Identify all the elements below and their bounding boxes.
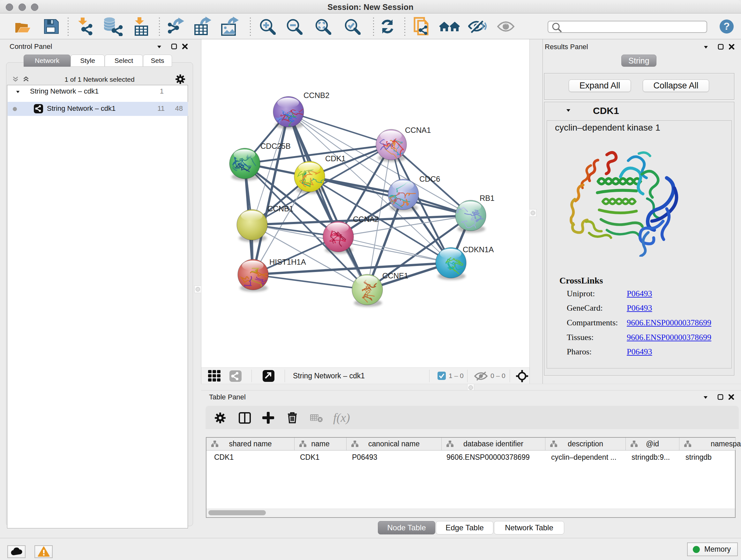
svg-text:CDK1: CDK1 (325, 154, 346, 163)
svg-text:CDC25B: CDC25B (260, 142, 291, 150)
svg-text:CCNA1: CCNA1 (405, 126, 431, 134)
svg-text:CCNA2: CCNA2 (353, 215, 379, 224)
svg-text:CCNE1: CCNE1 (382, 271, 408, 280)
svg-text:CCNB2: CCNB2 (304, 91, 329, 100)
svg-text:CCNB1: CCNB1 (267, 204, 293, 213)
svg-text:HIST1H1A: HIST1H1A (269, 258, 306, 266)
svg-text:CDKN1A: CDKN1A (463, 245, 494, 254)
svg-text:RB1: RB1 (480, 194, 495, 202)
svg-text:CDC6: CDC6 (419, 175, 440, 183)
svg-text:?: ? (724, 20, 730, 32)
